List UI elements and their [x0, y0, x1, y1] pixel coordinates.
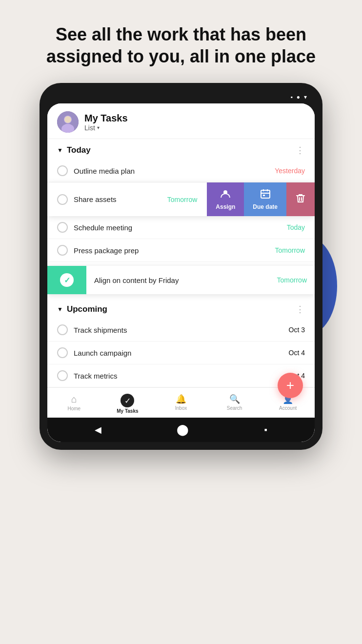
- svg-point-4: [62, 124, 74, 133]
- subtitle-list: List: [84, 124, 95, 132]
- task-date: Yesterday: [275, 167, 305, 175]
- upcoming-title-row: ▼ Upcoming: [57, 304, 107, 314]
- task-row[interactable]: Schedule meeting Today: [47, 216, 315, 239]
- task-name: Press package prep: [74, 246, 269, 255]
- nav-search-label: Search: [227, 405, 242, 411]
- assign-icon: [220, 188, 231, 201]
- delete-icon: [295, 193, 306, 206]
- assign-label: Assign: [216, 203, 235, 210]
- due-date-label: Due date: [253, 203, 278, 210]
- nav-my-tasks[interactable]: ✓ My Tasks: [101, 392, 155, 416]
- task-row[interactable]: Launch campaign Oct 4: [47, 342, 315, 364]
- phone: ▪ ● ▾: [40, 83, 322, 450]
- avatar-face: [57, 111, 79, 133]
- task-name: Track shipments: [74, 326, 283, 334]
- inbox-icon: 🔔: [176, 394, 186, 404]
- share-assets-checkbox[interactable]: [57, 194, 68, 205]
- share-assets-name: Share assets: [74, 195, 161, 203]
- delete-button[interactable]: [286, 182, 315, 216]
- my-tasks-icon: ✓: [124, 396, 131, 405]
- nav-account-label: Account: [279, 405, 297, 411]
- task-row[interactable]: Track metrics Oct 4: [47, 364, 315, 387]
- align-content-date: Tomorrow: [277, 276, 307, 284]
- nav-my-tasks-label: My Tasks: [117, 408, 138, 414]
- today-section-title: Today: [67, 145, 91, 155]
- app-title-group: My Tasks List ▾: [84, 113, 128, 132]
- upcoming-triangle-icon: ▼: [57, 306, 63, 313]
- upcoming-section-title: Upcoming: [67, 304, 107, 314]
- android-nav-bar: ◀ ⬤ ▪: [47, 418, 315, 442]
- svg-rect-6: [261, 190, 270, 198]
- task-row[interactable]: Press package prep Tomorrow: [47, 239, 315, 262]
- phone-wrapper: ▪ ● ▾: [40, 83, 322, 450]
- task-checkbox[interactable]: [57, 370, 68, 381]
- task-row[interactable]: Track shipments Oct 3: [47, 319, 315, 342]
- task-name: Launch campaign: [74, 349, 283, 357]
- svg-point-3: [64, 116, 71, 123]
- nav-home-label: Home: [67, 406, 80, 411]
- swipe-complete-bg: ✓: [47, 266, 86, 294]
- upcoming-section-menu[interactable]: ⋮: [296, 304, 305, 315]
- task-name: Track metrics: [74, 372, 283, 380]
- search-icon: 🔍: [229, 394, 240, 404]
- today-section-header: ▼ Today ⋮: [47, 139, 315, 160]
- bottom-nav: ⌂ Home ✓ My Tasks 🔔 Inbox 🔍 Search: [47, 387, 315, 418]
- task-date: Today: [287, 223, 305, 231]
- user-avatar: [57, 111, 79, 133]
- today-section-menu[interactable]: ⋮: [296, 145, 305, 156]
- status-icon-battery: ▾: [304, 94, 307, 101]
- assign-button[interactable]: Assign: [207, 182, 244, 216]
- today-triangle-icon: ▼: [57, 147, 63, 154]
- app-subtitle[interactable]: List ▾: [84, 124, 128, 132]
- task-date: Tomorrow: [275, 246, 305, 254]
- chevron-down-icon: ▾: [97, 125, 100, 130]
- nav-inbox[interactable]: 🔔 Inbox: [154, 392, 208, 416]
- headline: See all the work that has been assigned …: [17, 0, 345, 83]
- android-recents-button[interactable]: ▪: [264, 425, 267, 435]
- task-row[interactable]: Outline media plan Yesterday: [47, 160, 315, 182]
- svg-rect-7: [263, 195, 265, 196]
- task-checkbox[interactable]: [57, 222, 68, 233]
- swipe-actions: Assign Due date: [207, 182, 315, 216]
- task-checkbox[interactable]: [57, 245, 68, 256]
- status-bar: ▪ ● ▾: [47, 91, 315, 103]
- headline-line1: See all the work that has been: [56, 24, 306, 44]
- screen: My Tasks List ▾ ▼ Today ⋮ Outline medi: [47, 103, 315, 442]
- app-title: My Tasks: [84, 113, 128, 124]
- swipe-task-row[interactable]: Share assets Tomorrow Assign: [47, 182, 315, 216]
- status-icon-signal: ▪: [290, 94, 292, 101]
- status-icon-wifi: ●: [297, 94, 300, 101]
- swipe-complete-row[interactable]: ✓ Align on content by Friday Tomorrow: [47, 266, 315, 294]
- nav-search[interactable]: 🔍 Search: [208, 392, 261, 416]
- nav-inbox-label: Inbox: [175, 405, 187, 411]
- due-date-icon: [260, 188, 271, 201]
- android-home-button[interactable]: ⬤: [177, 423, 189, 436]
- app-header: My Tasks List ▾: [47, 103, 315, 139]
- task-name: Outline media plan: [74, 167, 269, 175]
- today-title-row: ▼ Today: [57, 145, 91, 155]
- upcoming-section-header: ▼ Upcoming ⋮: [47, 298, 315, 319]
- task-checkbox[interactable]: [57, 165, 68, 176]
- fab-add-button[interactable]: +: [278, 373, 303, 398]
- task-checkbox[interactable]: [57, 324, 68, 335]
- task-date: Oct 4: [289, 349, 305, 357]
- align-content-name: Align on content by Friday: [94, 276, 271, 284]
- swipe-task-content: Share assets Tomorrow: [47, 186, 207, 213]
- android-back-button[interactable]: ◀: [95, 424, 101, 435]
- nav-home[interactable]: ⌂ Home: [47, 392, 101, 416]
- due-date-button[interactable]: Due date: [244, 182, 286, 216]
- nav-active-indicator: ✓: [121, 394, 134, 407]
- share-assets-date: Tomorrow: [167, 196, 197, 203]
- swipe-complete-check-icon: ✓: [60, 273, 74, 287]
- fab-plus-icon: +: [286, 378, 294, 393]
- task-checkbox[interactable]: [57, 347, 68, 358]
- home-icon: ⌂: [71, 394, 77, 405]
- headline-line2: assigned to you, all in one place: [46, 46, 316, 66]
- swipe-complete-content: Align on content by Friday Tomorrow: [86, 268, 315, 292]
- task-date: Oct 3: [289, 326, 305, 334]
- task-name: Schedule meeting: [74, 223, 281, 232]
